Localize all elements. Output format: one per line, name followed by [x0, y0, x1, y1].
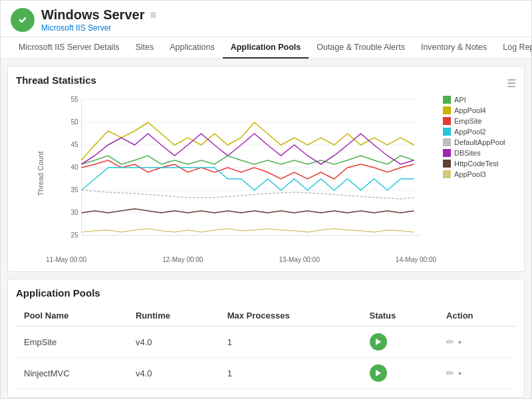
x-label-2: 13-May 00:00	[279, 256, 320, 263]
svg-text:25: 25	[70, 231, 78, 239]
app-pools-section: Application Pools Pool Name Runtime Max …	[7, 279, 525, 398]
col-pool-name: Pool Name	[16, 305, 128, 327]
svg-marker-17	[376, 370, 381, 376]
legend-label-dbsites: DBSites	[454, 149, 481, 157]
col-runtime: Runtime	[128, 305, 219, 327]
nav-sites[interactable]: Sites	[127, 37, 162, 59]
nav-inventory[interactable]: Inventory & Notes	[413, 37, 495, 59]
stop-icon-0[interactable]: ▪	[458, 336, 462, 347]
legend-color-apppool3	[443, 170, 451, 178]
action-0: ✏ ▪	[438, 327, 516, 358]
chart-wrapper: Thread Count	[46, 92, 436, 263]
chart-title: Thread Statistics	[16, 74, 96, 86]
col-status: Status	[362, 305, 439, 327]
runtime-1: v4.0	[128, 358, 219, 389]
pool-name-0: EmpSite	[16, 327, 128, 358]
legend-color-api	[443, 96, 451, 104]
legend-empsite: EmpSite	[443, 117, 516, 125]
chart-legend: API AppPool4 EmpSite AppPool2	[443, 92, 516, 263]
legend-color-empsite	[443, 117, 451, 125]
x-label-0: 11-May 00:00	[46, 256, 86, 263]
chart-svg: 25 30 35 40 45 50 55	[46, 92, 436, 252]
status-start-button-1[interactable]	[370, 364, 387, 382]
edit-icon-0[interactable]: ✏	[446, 336, 454, 347]
action-1: ✏ ▪	[438, 358, 516, 389]
chart-area: Thread Count	[16, 92, 436, 263]
action-icons-1: ✏ ▪	[446, 368, 508, 378]
table-header: Pool Name Runtime Max Processes Status A…	[16, 305, 516, 327]
col-max-processes: Max Processes	[219, 305, 362, 327]
main-container: Windows Server ≡ Microsoft IIS Server Mi…	[0, 0, 532, 399]
nav-application-pools[interactable]: Application Pools	[223, 37, 309, 59]
legend-dbsites: DBSites	[443, 149, 516, 157]
legend-color-dbsites	[443, 149, 451, 157]
svg-text:55: 55	[70, 96, 78, 103]
table-row: EmpSite v4.0 1 ✏ ▪	[16, 327, 516, 358]
header-menu-icon[interactable]: ≡	[150, 9, 156, 21]
legend-httpcodetest: HttpCodeTest	[443, 160, 516, 168]
header-row: Pool Name Runtime Max Processes Status A…	[16, 305, 516, 327]
svg-marker-16	[376, 338, 381, 345]
nav-log-report[interactable]: Log Report	[495, 37, 532, 59]
legend-apppool2: AppPool2	[443, 128, 516, 136]
svg-text:30: 30	[70, 209, 78, 216]
server-subtitle: Microsoft IIS Server	[41, 23, 156, 33]
chart-section: Thread Statistics ☰ Thread Count	[7, 66, 525, 272]
pool-name-1: NinjectMVC	[16, 358, 128, 389]
status-start-button-0[interactable]	[370, 333, 387, 350]
col-action: Action	[438, 305, 516, 327]
server-name: Windows Server	[41, 7, 144, 23]
legend-label-empsite: EmpSite	[454, 117, 482, 125]
legend-label-defaultapppool: DefaultAppPool	[454, 138, 505, 146]
header: Windows Server ≡ Microsoft IIS Server	[1, 1, 531, 37]
table-body: EmpSite v4.0 1 ✏ ▪	[16, 327, 516, 389]
stop-icon-1[interactable]: ▪	[458, 368, 462, 378]
app-pools-title: Application Pools	[16, 287, 516, 299]
legend-apppool3: AppPool3	[443, 170, 516, 178]
svg-text:45: 45	[70, 141, 78, 148]
x-axis-labels: 11-May 00:00 12-May 00:00 13-May 00:00 1…	[46, 256, 436, 263]
svg-text:35: 35	[70, 186, 78, 194]
legend-label-httpcodetest: HttpCodeTest	[454, 160, 499, 168]
legend-color-defaultapppool	[443, 138, 451, 146]
runtime-0: v4.0	[128, 327, 219, 358]
table-row: NinjectMVC v4.0 1 ✏ ▪	[16, 358, 516, 389]
status-1	[362, 358, 439, 389]
svg-text:50: 50	[70, 118, 78, 126]
legend-color-apppool2	[443, 128, 451, 136]
chart-menu-icon[interactable]: ☰	[507, 77, 516, 90]
nav-outage[interactable]: Outage & Trouble Alerts	[309, 37, 413, 59]
legend-defaultapppool: DefaultAppPool	[443, 138, 516, 146]
nav-applications[interactable]: Applications	[162, 37, 222, 59]
legend-apppool4: AppPool4	[443, 106, 516, 114]
logo	[11, 8, 35, 32]
legend-api: API	[443, 96, 516, 104]
legend-label-api: API	[454, 96, 466, 104]
max-processes-1: 1	[219, 358, 362, 389]
edit-icon-1[interactable]: ✏	[446, 368, 454, 378]
x-label-1: 12-May 00:00	[162, 256, 203, 263]
app-pools-table: Pool Name Runtime Max Processes Status A…	[16, 305, 516, 389]
max-processes-0: 1	[219, 327, 362, 358]
header-text: Windows Server ≡ Microsoft IIS Server	[41, 7, 156, 33]
legend-label-apppool4: AppPool4	[454, 106, 486, 114]
svg-text:40: 40	[70, 164, 78, 171]
content-area: Thread Statistics ☰ Thread Count	[1, 59, 531, 398]
chart-container: Thread Count	[16, 92, 516, 263]
nav-bar: Microsoft IIS Server Details Sites Appli…	[1, 37, 531, 59]
nav-iis-details[interactable]: Microsoft IIS Server Details	[11, 37, 127, 59]
legend-label-apppool3: AppPool3	[454, 170, 486, 178]
server-title: Windows Server ≡	[41, 7, 156, 23]
x-label-3: 14-May 00:00	[396, 256, 436, 263]
y-axis-label: Thread Count	[37, 151, 45, 196]
legend-label-apppool2: AppPool2	[454, 128, 486, 136]
legend-color-apppool4	[443, 106, 451, 114]
action-icons-0: ✏ ▪	[446, 336, 508, 347]
status-0	[362, 327, 439, 358]
legend-color-httpcodetest	[443, 160, 451, 168]
